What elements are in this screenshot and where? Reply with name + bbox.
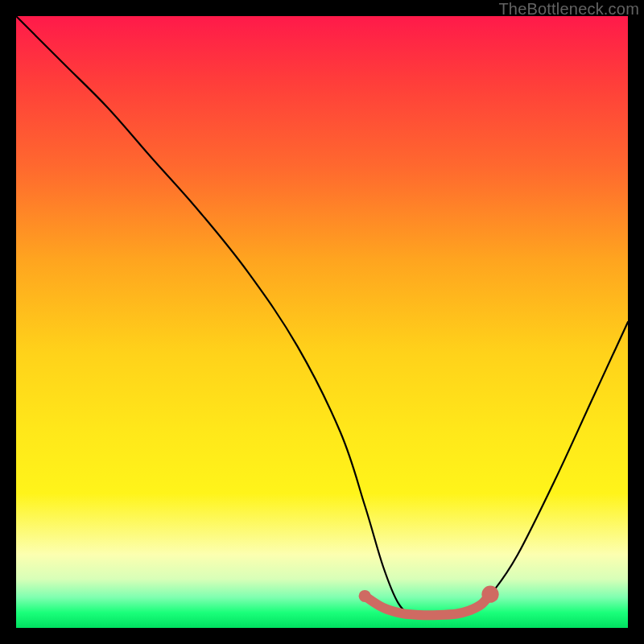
optimal-range: [365, 594, 490, 615]
plot-area: [16, 16, 628, 628]
chart-frame: TheBottleneck.com: [0, 0, 644, 644]
chart-markers: [359, 586, 499, 603]
watermark-text: TheBottleneck.com: [498, 0, 639, 19]
optimal-end-dot: [481, 586, 498, 603]
bottleneck-curve: [16, 16, 628, 617]
optimal-start-dot: [359, 590, 371, 602]
chart-svg: [16, 16, 628, 628]
